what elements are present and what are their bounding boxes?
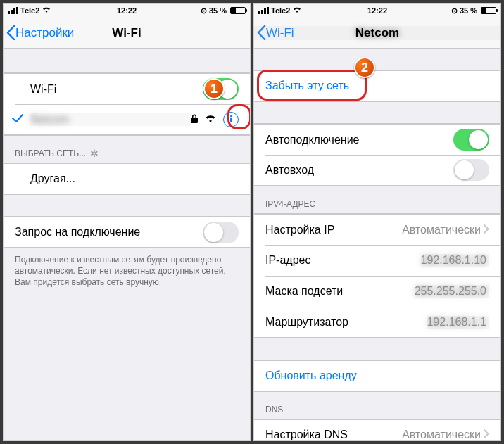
status-bar: Tele2 12:22 ⊙ 35 % — [254, 4, 500, 18]
auto-join-toggle[interactable] — [453, 129, 489, 151]
alarm-icon: ⊙ — [201, 6, 207, 15]
lock-icon — [191, 113, 198, 126]
ask-to-join-footer: Подключение к известным сетям будет прои… — [4, 248, 250, 288]
checkmark-icon — [12, 113, 23, 126]
clock-label: 12:22 — [117, 6, 137, 15]
forget-network-button[interactable]: Забыть эту сеть — [254, 70, 500, 101]
alarm-icon: ⊙ — [451, 6, 458, 15]
network-info-button[interactable]: i — [223, 112, 239, 127]
spinner-icon — [90, 148, 100, 158]
configure-ip-label: Настройка IP — [265, 224, 402, 236]
router-label: Маршрутизатор — [265, 316, 427, 329]
connected-network-name: Netcom — [30, 113, 191, 126]
wifi-icon — [205, 113, 216, 126]
phone-network-detail: Tele2 12:22 ⊙ 35 % Wi-Fi Netcom Забыть э… — [253, 3, 501, 441]
wifi-status-icon — [292, 6, 302, 15]
configure-ip-value: Автоматически — [402, 224, 484, 236]
wifi-toggle[interactable] — [203, 78, 239, 100]
auto-login-toggle[interactable] — [453, 159, 489, 181]
back-button[interactable]: Настройки — [4, 25, 74, 40]
router-value: 192.168.1.1 — [427, 316, 489, 329]
connected-network-row[interactable]: Netcom i — [4, 104, 250, 135]
nav-bar: Настройки Wi-Fi — [4, 18, 250, 49]
dns-header: DNS — [254, 392, 500, 419]
ask-to-join-row[interactable]: Запрос на подключение — [4, 217, 250, 248]
status-bar: Tele2 12:22 ⊙ 35 % — [4, 4, 250, 18]
renew-lease-button[interactable]: Обновить аренду — [254, 360, 500, 391]
ipv4-header: IPV4-АДРЕС — [254, 186, 500, 213]
ip-address-label: IP-адрес — [265, 254, 421, 267]
battery-pct: 35 % — [209, 6, 227, 15]
chevron-right-icon — [484, 429, 489, 440]
ask-to-join-label: Запрос на подключение — [15, 226, 203, 239]
phone-wifi-list: Tele2 12:22 ⊙ 35 % Настройки Wi-Fi Wi-Fi — [3, 3, 251, 441]
battery-icon — [230, 7, 246, 14]
router-row: Маршрутизатор 192.168.1.1 — [254, 307, 500, 338]
carrier-label: Tele2 — [271, 6, 290, 15]
other-label: Другая... — [30, 172, 239, 185]
back-button[interactable]: Wi-Fi — [254, 25, 294, 40]
network-detail-content: Забыть эту сеть Автоподключение Автовход… — [254, 49, 500, 440]
configure-ip-row[interactable]: Настройка IP Автоматически — [254, 214, 500, 245]
wifi-toggle-label: Wi-Fi — [30, 83, 203, 96]
signal-bars-icon — [8, 7, 18, 14]
configure-dns-row[interactable]: Настройка DNS Автоматически — [254, 419, 500, 440]
configure-dns-label: Настройка DNS — [265, 429, 402, 440]
battery-pct: 35 % — [460, 6, 477, 15]
wifi-master-toggle-row[interactable]: Wi-Fi — [4, 73, 250, 104]
back-label: Wi-Fi — [266, 26, 294, 40]
forget-network-label: Забыть эту сеть — [265, 80, 489, 92]
ask-to-join-toggle[interactable] — [203, 222, 239, 243]
configure-dns-value: Автоматически — [402, 429, 484, 440]
signal-bars-icon — [258, 7, 269, 14]
nav-bar: Wi-Fi Netcom — [254, 18, 500, 49]
clock-label: 12:22 — [367, 6, 387, 15]
subnet-mask-row: Маска подсети 255.255.255.0 — [254, 276, 500, 307]
subnet-mask-label: Маска подсети — [265, 285, 415, 298]
chevron-left-icon — [257, 25, 266, 40]
carrier-label: Tele2 — [20, 6, 39, 15]
wifi-status-icon — [42, 6, 51, 15]
renew-lease-label: Обновить аренду — [265, 369, 489, 382]
wifi-list-content: Wi-Fi Netcom i ВЫБ — [4, 49, 250, 440]
choose-network-header: ВЫБРАТЬ СЕТЬ... — [4, 136, 250, 163]
ip-address-value: 192.168.1.10 — [421, 254, 489, 267]
auto-join-label: Автоподключение — [265, 134, 453, 146]
chevron-right-icon — [484, 224, 489, 236]
auto-join-row[interactable]: Автоподключение — [254, 124, 500, 155]
ip-address-row: IP-адрес 192.168.1.10 — [254, 245, 500, 276]
chevron-left-icon — [6, 25, 15, 40]
battery-icon — [481, 7, 496, 14]
auto-login-row[interactable]: Автовход — [254, 155, 500, 186]
auto-login-label: Автовход — [265, 164, 453, 177]
other-network-row[interactable]: Другая... — [4, 163, 250, 194]
back-label: Настройки — [15, 26, 74, 40]
subnet-mask-value: 255.255.255.0 — [415, 285, 489, 298]
